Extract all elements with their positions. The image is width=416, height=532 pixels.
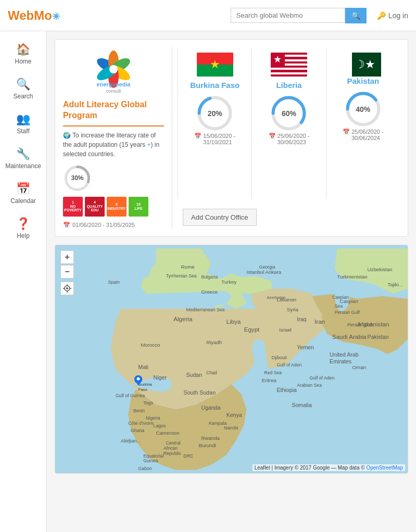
svg-text:Mediterranean Sea: Mediterranean Sea <box>186 307 224 312</box>
svg-text:Greece: Greece <box>201 289 218 295</box>
project-description: 🌍 To increase the literacy rate of the a… <box>63 131 164 159</box>
project-description-text: 🌍 To increase the literacy rate of the a… <box>63 132 159 158</box>
search-button[interactable]: 🔍 <box>345 8 367 23</box>
svg-text:Togo: Togo <box>143 400 153 406</box>
svg-text:DRC: DRC <box>184 453 194 458</box>
svg-text:Ghana: Ghana <box>131 428 144 433</box>
svg-text:Libya: Libya <box>226 318 241 325</box>
svg-text:Egypt: Egypt <box>244 325 260 332</box>
svg-text:Nigeria: Nigeria <box>146 415 160 421</box>
sdg-icon-4: 4QUALITYEDU <box>85 197 105 217</box>
burkina-faso-progress-label: 20% <box>208 109 222 118</box>
svg-text:Gabon: Gabon <box>138 465 152 471</box>
svg-text:Algeria: Algeria <box>173 315 193 322</box>
svg-text:United Arab: United Arab <box>330 351 359 358</box>
sidebar-item-search-label: Search <box>13 93 33 100</box>
svg-text:Kenya: Kenya <box>226 412 242 418</box>
sidebar-item-search[interactable]: 🔍 Search <box>0 71 46 106</box>
sidebar-item-calendar[interactable]: 📅 Calendar <box>0 176 46 211</box>
svg-text:Caspian: Caspian <box>332 295 349 300</box>
sidebar-item-maintenance[interactable]: 🔧 Maintenance <box>0 141 46 176</box>
svg-text:Tyrrhenian Sea: Tyrrhenian Sea <box>166 273 197 278</box>
country-cards-area: ★ Burkina Faso 20% 📅 <box>178 47 400 229</box>
help-icon: ❓ <box>16 217 30 231</box>
map-svg: Rome Istanbul Ankara Turkey Greece Tyrrh… <box>55 245 408 473</box>
svg-text:Ethiopia: Ethiopia <box>277 386 297 392</box>
sdg-icon-1: 1NOPOVERTY <box>63 197 83 217</box>
search-input[interactable] <box>231 8 345 23</box>
project-divider <box>63 125 164 126</box>
country-cards-row: ★ Burkina Faso 20% 📅 <box>178 47 400 198</box>
svg-text:Nairobi: Nairobi <box>224 425 238 430</box>
svg-text:Central: Central <box>166 440 181 446</box>
home-icon: 🏠 <box>16 43 30 56</box>
svg-text:Equatorial: Equatorial <box>143 453 163 458</box>
svg-text:Pakistan: Pakistan <box>368 334 389 340</box>
project-date-range: 01/06/2020 - 31/05/2025 <box>72 222 135 228</box>
svg-text:Faso: Faso <box>138 387 147 392</box>
header: WebMo✳ 🔍 🔑 Log in <box>0 0 416 31</box>
sidebar-item-help-label: Help <box>17 232 30 239</box>
pk-date-range: 25/06/2020 -30/06/2024 <box>351 129 384 141</box>
sdg-icon-15: 15LIFE <box>129 197 148 217</box>
sidebar-item-staff[interactable]: 👥 Staff <box>0 106 46 141</box>
svg-text:Rome: Rome <box>181 264 195 270</box>
sidebar-item-home[interactable]: 🏠 Home <box>0 36 46 71</box>
cal-icon-lr: 📅 <box>269 133 276 140</box>
svg-text:Somalia: Somalia <box>292 401 312 408</box>
svg-text:Yemen: Yemen <box>297 344 314 350</box>
svg-text:Oman: Oman <box>352 364 366 370</box>
svg-text:Gulf of Aden: Gulf of Aden <box>277 362 302 368</box>
svg-text:Gulf of Aden: Gulf of Aden <box>309 375 334 380</box>
country-ring-pakistan: 40% <box>344 90 383 129</box>
zoom-out-button[interactable]: − <box>60 265 74 278</box>
pakistan-flag: ☽★ <box>345 53 381 77</box>
svg-text:Turkey: Turkey <box>221 279 236 285</box>
layout: 🏠 Home 🔍 Search 👥 Staff 🔧 Maintenance 📅 … <box>0 31 416 482</box>
map-attribution: Leaflet | Imagery © 2017 Google — Map da… <box>253 464 405 471</box>
sidebar-item-staff-label: Staff <box>17 128 29 135</box>
osm-link[interactable]: OpenStreetMap <box>366 465 403 471</box>
login-link[interactable]: 🔑 Log in <box>377 11 408 20</box>
search-bar: 🔍 <box>231 8 367 23</box>
calendar-icon-project: 📅 <box>63 222 70 229</box>
main-content: energypedia consult Adult Literacy Globa… <box>47 31 416 482</box>
burkina-faso-dates: 📅 15/06/2020 -31/10/2021 <box>194 133 235 145</box>
zoom-in-button[interactable]: + <box>60 250 74 264</box>
country-card-burkina-faso: ★ Burkina Faso 20% 📅 <box>178 47 251 198</box>
svg-text:Kampala: Kampala <box>209 420 226 425</box>
country-name-burkina-faso: Burkina Faso <box>190 81 239 90</box>
svg-point-6 <box>109 65 118 73</box>
svg-text:Iran: Iran <box>314 318 325 325</box>
sdg-icons: 1NOPOVERTY 4QUALITYEDU 9INDUSTRY 15LIFE <box>63 197 164 217</box>
svg-text:Abidjian...: Abidjian... <box>121 438 141 443</box>
svg-text:South Sudan: South Sudan <box>184 389 216 395</box>
svg-text:Republic: Republic <box>163 450 181 455</box>
liberia-progress-label: 60% <box>282 109 296 118</box>
sidebar-item-help[interactable]: ❓ Help <box>0 211 46 246</box>
logo: WebMo✳ <box>8 8 60 23</box>
staff-icon: 👥 <box>16 112 30 126</box>
country-name-pakistan: Pakistan <box>347 77 379 85</box>
svg-text:Istanbul Ankara: Istanbul Ankara <box>247 269 282 274</box>
svg-text:Burkina: Burkina <box>138 382 153 387</box>
add-country-area: Add Country Office <box>178 198 400 229</box>
country-ring-liberia: 60% <box>269 94 308 133</box>
locate-button[interactable] <box>60 282 74 295</box>
sidebar: 🏠 Home 🔍 Search 👥 Staff 🔧 Maintenance 📅 … <box>0 31 47 482</box>
liberia-dates: 📅 25/06/2020 -30/06/2023 <box>269 133 310 145</box>
country-ring-burkina-faso: 20% <box>195 94 234 133</box>
logo-star: ✳ <box>52 11 60 22</box>
country-card-pakistan: ☽★ Pakistan 40% 📅 <box>326 47 400 198</box>
pakistan-dates: 📅 25/06/2020 -30/06/2024 <box>343 129 384 141</box>
svg-text:Benin: Benin <box>133 408 145 413</box>
svg-point-18 <box>66 287 68 289</box>
svg-text:consult: consult <box>106 88 121 94</box>
add-country-button[interactable]: Add Country Office <box>183 209 257 226</box>
svg-text:Georgia: Georgia <box>259 264 275 270</box>
svg-text:Syria: Syria <box>287 307 299 312</box>
lr-date-range: 25/06/2020 -30/06/2023 <box>278 133 310 145</box>
svg-text:Lagos: Lagos <box>154 423 166 428</box>
cal-icon-pk: 📅 <box>343 129 350 135</box>
svg-text:Guinea: Guinea <box>143 458 158 463</box>
